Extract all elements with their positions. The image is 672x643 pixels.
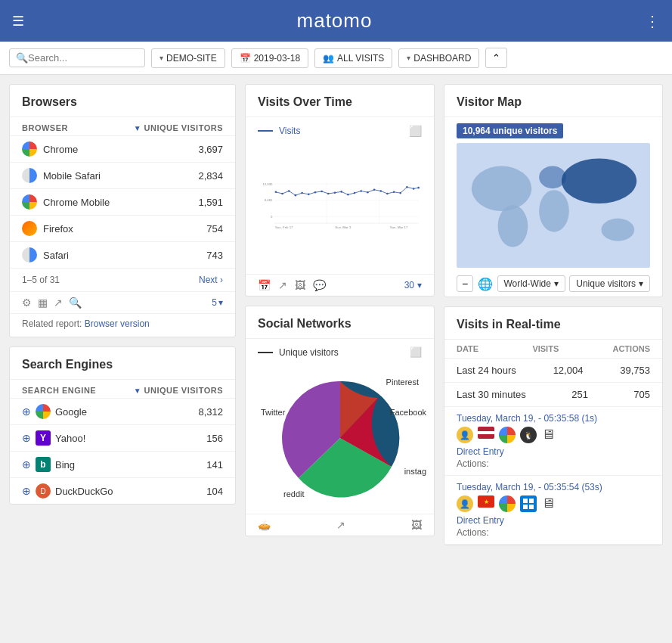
realtime-widget: Visits in Real-time DATE VISITS ACTIONS …	[444, 306, 663, 545]
left-column: Browsers BROWSER ▼ UNIQUE VISITORS Chrom…	[9, 84, 236, 545]
visits-label: ALL VISITS	[337, 53, 384, 64]
rows-per-page[interactable]: 5 ▾	[212, 297, 223, 308]
svg-text:Sun, Feb 17: Sun, Feb 17	[275, 225, 293, 229]
collapse-button[interactable]: ⌃	[485, 48, 507, 68]
svg-rect-44	[529, 505, 534, 509]
site-arrow-icon: ▾	[159, 54, 163, 62]
visitor-source-2: Direct Entry	[457, 515, 650, 526]
image-chart-icon[interactable]: 🖼	[295, 279, 305, 291]
svg-point-18	[334, 191, 336, 194]
svg-point-20	[347, 194, 349, 196]
actions-value: 705	[633, 389, 650, 400]
search-engines-widget: Search Engines SEARCH ENGINE ▼ UNIQUE VI…	[9, 346, 236, 505]
engine-name: Bing	[55, 459, 75, 471]
expand-icon[interactable]: ⊕	[22, 432, 31, 444]
engine-name: Google	[55, 406, 87, 418]
map-controls: − 🌐 World-Wide ▾ Unique visitors ▾	[444, 271, 662, 297]
visitor-avatar-icon: 👤	[457, 495, 473, 512]
pie-icon[interactable]: 🥧	[258, 519, 271, 531]
svg-text:Sun, Mar 3: Sun, Mar 3	[335, 225, 351, 229]
menu-icon[interactable]: ☰	[12, 13, 24, 30]
related-report: Related report: Browser version	[10, 313, 235, 337]
social-legend: Unique visitors ⬜	[246, 339, 434, 362]
realtime-row-30min: Last 30 minutes 251 705	[444, 383, 662, 407]
period-label: Last 30 minutes	[457, 389, 526, 400]
visits-over-time-title: Visits Over Time	[246, 85, 434, 117]
main-grid: Browsers BROWSER ▼ UNIQUE VISITORS Chrom…	[0, 75, 672, 554]
yahoo-icon: Y	[36, 430, 51, 446]
browser-version-link[interactable]: Browser version	[85, 318, 150, 329]
browsers-title: Browsers	[10, 85, 235, 117]
browser-name: Firefox	[43, 223, 73, 235]
svg-point-22	[360, 190, 362, 192]
expand-icon[interactable]: ⊕	[22, 405, 31, 418]
dashboard-arrow-icon: ▾	[407, 54, 410, 62]
metric-label: Unique visitors	[576, 278, 636, 289]
search-widget-icon[interactable]: 🔍	[69, 297, 82, 309]
search-bar[interactable]: 🔍	[9, 48, 145, 67]
pie-chart	[257, 366, 423, 510]
map-region-dropdown[interactable]: World-Wide ▾	[497, 275, 565, 292]
metric-dropdown[interactable]: Unique visitors ▾	[569, 275, 650, 292]
svg-point-14	[308, 194, 310, 196]
monitor-icon-2: 🖥	[541, 495, 555, 512]
browser-value: 3,697	[198, 144, 223, 155]
twitter-label: Twitter	[261, 408, 285, 417]
next-page-link[interactable]: Next ›	[199, 275, 223, 285]
svg-point-37	[539, 166, 566, 188]
browsers-table-header: BROWSER ▼ UNIQUE VISITORS	[10, 117, 235, 135]
safari-icon	[22, 247, 37, 262]
svg-point-26	[386, 193, 389, 195]
calendar-chart-icon[interactable]: 📅	[258, 279, 271, 291]
engine-visitors-header: ▼ UNIQUE VISITORS	[134, 386, 223, 395]
svg-point-19	[340, 191, 342, 193]
zoom-out-button[interactable]: −	[457, 275, 473, 292]
visitor-source-1: Direct Entry	[457, 446, 650, 457]
svg-text:0: 0	[271, 215, 273, 219]
svg-point-15	[314, 191, 317, 194]
chart-export-icon[interactable]: ⬜	[409, 125, 422, 137]
expand-icon[interactable]: ⊕	[22, 458, 31, 471]
settings-icon[interactable]: ⚙	[22, 297, 32, 309]
svg-point-23	[367, 191, 369, 194]
rows-selector[interactable]: 30 ▾	[404, 280, 422, 290]
visits-value: 12,004	[553, 365, 584, 376]
share-chart-icon[interactable]: ↗	[278, 279, 287, 291]
dashboard-selector[interactable]: ▾ DASHBOARD	[398, 48, 479, 68]
social-legend-label: Unique visitors	[279, 347, 339, 358]
browser-name: Mobile Safari	[43, 170, 101, 182]
svg-point-28	[399, 192, 401, 194]
right-column: Visitor Map 10,964 unique visitors	[444, 84, 663, 545]
svg-point-17	[327, 193, 330, 195]
social-image-icon[interactable]: 🖼	[411, 519, 422, 531]
site-selector[interactable]: ▾ DEMO-SITE	[151, 48, 225, 68]
period-label: Last 24 hours	[457, 365, 516, 376]
browsers-actions: ⚙ ▦ ↗ 🔍 5 ▾	[10, 291, 235, 313]
globe-icon: 🌐	[478, 277, 493, 291]
facebook-label: Facebook	[390, 408, 426, 417]
browser-col-header: BROWSER	[22, 123, 68, 132]
visitors-col-header: ▼ UNIQUE VISITORS	[134, 123, 223, 132]
chart-legend-label: Visits	[279, 126, 300, 136]
rows-dropdown-icon: ▾	[218, 297, 223, 308]
browser-value: 743	[206, 250, 223, 261]
social-share-icon[interactable]: ↗	[336, 519, 345, 531]
share-icon[interactable]: ↗	[54, 297, 63, 309]
comment-chart-icon[interactable]: 💬	[313, 279, 326, 291]
date-selector[interactable]: 📅 2019-03-18	[231, 48, 308, 68]
svg-text:12,930: 12,930	[262, 182, 273, 186]
rows-dropdown-icon: ▾	[417, 280, 422, 290]
svg-point-10	[281, 193, 283, 195]
search-input[interactable]	[28, 52, 141, 64]
firefox-icon	[22, 221, 37, 236]
actions-col-header: ACTIONS	[612, 344, 650, 353]
svg-point-40	[602, 219, 635, 241]
instagram-label: instag	[404, 467, 426, 476]
svg-point-24	[373, 188, 376, 191]
expand-icon[interactable]: ⊕	[22, 485, 31, 497]
table-icon[interactable]: ▦	[38, 297, 48, 309]
more-options-icon[interactable]: ⋮	[645, 12, 660, 30]
segment-selector[interactable]: 👥 ALL VISITS	[314, 48, 392, 68]
social-export-icon[interactable]: ⬜	[410, 346, 422, 358]
svg-point-31	[417, 187, 420, 189]
